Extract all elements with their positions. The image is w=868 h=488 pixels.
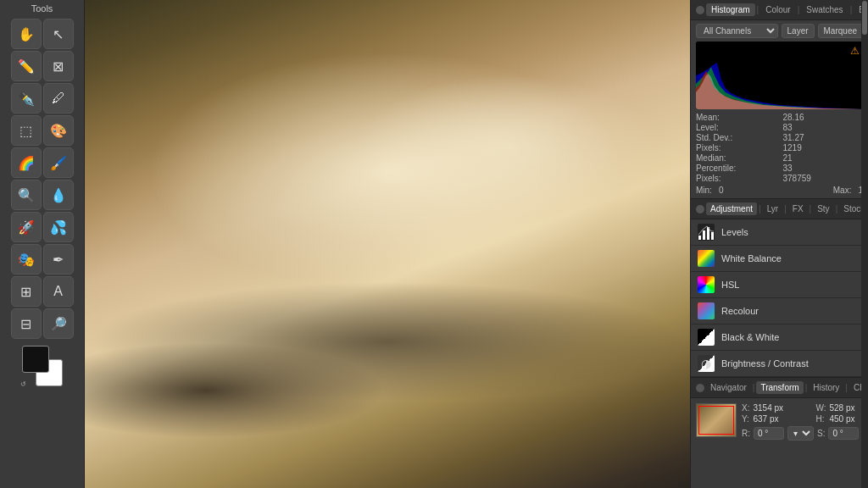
toolbar: Tools ✋↖✏️⊠✒️🖊⬚🎨🌈🖌️🔍💧🚀💦🎭✒⊞A⊟🔎 ↺ — [0, 0, 85, 488]
tool-row: 🔍💧 — [11, 180, 74, 210]
pixels-label: Pixels: — [696, 143, 776, 152]
y-value: 637 px — [753, 414, 812, 424]
adj-item-bw[interactable]: Black & White — [691, 324, 868, 351]
w-label: W: — [815, 403, 826, 413]
max-label: Max: — [833, 186, 852, 195]
adj-label-bw: Black & White — [721, 332, 779, 342]
adj-icon-white-balance — [698, 250, 715, 267]
pixels2-value: 378759 — [783, 174, 864, 183]
adj-circle-button[interactable] — [696, 205, 704, 214]
cursor-tool[interactable]: ↖ — [43, 19, 74, 49]
svg-rect-4 — [711, 232, 714, 240]
histogram-minmax: Min: 0 Max: 1 — [696, 186, 863, 195]
histogram-display: ⚠ — [696, 42, 863, 109]
h-label: H: — [815, 414, 826, 424]
percentile-label: Percentile: — [696, 164, 776, 173]
stddev-label: Std. Dev.: — [696, 133, 776, 142]
text-tool[interactable]: A — [43, 276, 74, 307]
tool-row: ✏️⊠ — [11, 51, 74, 81]
swatch-reset-icon[interactable]: ↺ — [20, 380, 26, 388]
svg-rect-1 — [698, 236, 701, 240]
svg-rect-2 — [703, 230, 705, 240]
shape-tool[interactable]: 🎭 — [11, 244, 42, 274]
histogram-section: All Channels Luminosity Red Green Blue L… — [691, 20, 868, 199]
tool-row: 🚀💦 — [11, 212, 74, 242]
rotation-select[interactable]: ▾ — [787, 426, 814, 441]
tab-colour[interactable]: Colour — [760, 3, 795, 16]
vector-tool[interactable]: 🚀 — [11, 212, 42, 242]
histogram-svg — [696, 42, 863, 109]
layer-button[interactable]: Layer — [782, 24, 815, 38]
tool-row: 🎭✒ — [11, 244, 74, 274]
marquee-button[interactable]: Marquee — [818, 24, 863, 38]
panel-circle-button[interactable] — [696, 6, 704, 14]
adj-item-hsl[interactable]: HSL — [691, 272, 868, 298]
median-value: 21 — [783, 153, 864, 163]
dropper-tool[interactable]: 💧 — [43, 180, 74, 210]
thumb-viewport-box — [698, 406, 734, 435]
mesh-tool[interactable]: ⊟ — [11, 308, 42, 339]
tool-row: ✋↖ — [11, 19, 74, 49]
canvas-image — [85, 0, 690, 488]
adj-label-white-balance: White Balance — [721, 253, 782, 263]
tab-swatches[interactable]: Swatches — [801, 3, 848, 16]
water-tool[interactable]: 💦 — [43, 212, 74, 242]
tab-fx[interactable]: FX — [788, 202, 808, 215]
mean-value: 28.16 — [783, 113, 864, 122]
hand-tool[interactable]: ✋ — [11, 19, 42, 49]
adj-item-white-balance[interactable]: White Balance — [691, 246, 868, 272]
pencil-tool[interactable]: ✏️ — [11, 51, 42, 81]
right-scrollbar[interactable] — [861, 378, 868, 488]
level-label: Level: — [696, 123, 776, 132]
min-value: 0 — [719, 186, 724, 195]
grid-tool[interactable]: ⊞ — [11, 276, 42, 307]
adj-item-brightness[interactable]: ◑Brightness / Contrast — [691, 351, 868, 377]
adjustment-section: Adjustment | Lyr | FX | Sty | Stock Leve… — [691, 199, 868, 378]
tab-transform[interactable]: Transform — [756, 381, 803, 394]
magnify-tool[interactable]: 🔎 — [43, 308, 74, 339]
channel-select[interactable]: All Channels Luminosity Red Green Blue — [696, 24, 778, 38]
tab-history[interactable]: History — [809, 381, 843, 394]
tool-row: ✒️🖊 — [11, 83, 74, 114]
shear-input[interactable] — [828, 427, 859, 440]
histogram-stats: Mean: 28.16 Level: 83 Std. Dev.: 31.27 P… — [696, 113, 863, 183]
histogram-panel-tabs: Histogram | Colour | Swatches | Brushes … — [691, 0, 868, 20]
mean-label: Mean: — [696, 113, 776, 122]
tool-row: 🌈🖌️ — [11, 147, 74, 178]
x-value: 3154 px — [753, 403, 812, 413]
adj-item-recolour[interactable]: Recolour — [691, 298, 868, 324]
adj-icon-hsl — [698, 276, 715, 293]
gradient-tool[interactable]: 🌈 — [11, 147, 42, 178]
paint-bucket[interactable]: 🎨 — [43, 115, 74, 146]
quill-tool[interactable]: ✒ — [43, 244, 74, 274]
brush-tool2[interactable]: 🖊 — [43, 83, 74, 114]
min-label: Min: — [696, 186, 712, 195]
zoom-tool[interactable]: 🔍 — [11, 180, 42, 210]
tab-adjustment[interactable]: Adjustment — [706, 202, 757, 215]
percentile-value: 33 — [783, 164, 864, 173]
crop-tool[interactable]: ⊠ — [43, 51, 74, 81]
adj-label-levels: Levels — [721, 227, 748, 237]
adj-label-recolour: Recolour — [721, 306, 759, 316]
adj-item-levels[interactable]: Levels — [691, 219, 868, 246]
tab-sty[interactable]: Sty — [813, 202, 833, 215]
nav-circle-button[interactable] — [696, 384, 704, 392]
tool-row: ⊟🔎 — [11, 308, 74, 339]
canvas-area[interactable] — [85, 0, 690, 488]
adjustment-tabs: Adjustment | Lyr | FX | Sty | Stock — [691, 199, 868, 219]
median-label: Median: — [696, 153, 776, 163]
tab-navigator[interactable]: Navigator — [706, 381, 751, 394]
tab-lyr[interactable]: Lyr — [763, 202, 783, 215]
pen-tool[interactable]: ✒️ — [11, 83, 42, 114]
foreground-color-swatch[interactable] — [22, 346, 49, 373]
brush-tool[interactable]: 🖌️ — [43, 147, 74, 178]
right-panel: Histogram | Colour | Swatches | Brushes … — [690, 0, 868, 488]
navigator-tabs: Navigator | Transform | History | Channe… — [691, 378, 868, 398]
y-label: Y: — [742, 414, 749, 424]
adj-label-hsl: HSL — [721, 280, 739, 290]
s-label: S: — [817, 429, 825, 438]
selection-tool[interactable]: ⬚ — [11, 115, 42, 146]
pixels2-label: Pixels: — [696, 174, 776, 183]
rotation-input[interactable] — [754, 427, 784, 440]
tab-histogram[interactable]: Histogram — [706, 3, 755, 16]
